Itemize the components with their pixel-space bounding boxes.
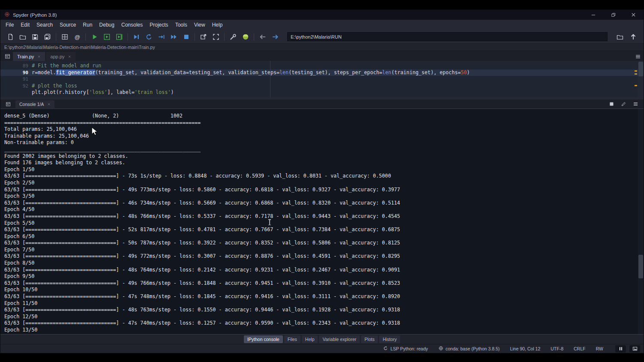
breadcrumb: E:\python2\Malaria\Maleria-Detection-mai… — [0, 44, 644, 51]
back-icon[interactable] — [257, 32, 268, 42]
browse-directory-icon[interactable] — [614, 32, 625, 42]
screen: Spyder (Python 3.8) FileEditSearchSource… — [0, 0, 644, 362]
menu-debug[interactable]: Debug — [96, 21, 118, 29]
panels-layout-icon[interactable] — [59, 32, 70, 42]
editor-tab-app-py[interactable]: app.py — [46, 52, 76, 61]
fullscreen-icon[interactable] — [210, 32, 221, 42]
step-into-icon[interactable] — [156, 32, 167, 42]
rerun-cell-icon[interactable] — [143, 32, 154, 42]
svg-text:@: @ — [74, 33, 80, 40]
preferences-icon[interactable] — [228, 32, 238, 42]
console-scrollbar-thumb[interactable] — [638, 255, 643, 278]
toolbar: @ — [0, 30, 644, 44]
pause-button[interactable] — [615, 345, 626, 353]
editor-line[interactable]: 89# Fit the model and run — [0, 63, 644, 69]
console-options-icon[interactable] — [631, 100, 640, 108]
code-segment: r=model. — [32, 69, 56, 75]
menu-source[interactable]: Source — [56, 21, 79, 29]
cursor-position: Line 90, Col 12 — [510, 346, 541, 351]
parent-directory-icon[interactable] — [628, 32, 638, 42]
close-button[interactable] — [623, 10, 644, 20]
code-segment: # Fit the model and run — [32, 63, 101, 69]
console-scrollbar[interactable] — [638, 109, 644, 334]
run-file-icon[interactable] — [89, 32, 100, 42]
menu-help[interactable]: Help — [209, 21, 226, 29]
picture-button[interactable] — [629, 345, 640, 353]
editor-line[interactable]: 92# plot the loss — [0, 83, 644, 90]
console-line: 63/63 [==============================] -… — [4, 173, 638, 180]
interrupt-kernel-icon[interactable] — [607, 100, 616, 108]
menu-consoles[interactable]: Consoles — [118, 21, 146, 29]
editor-scrollbar[interactable] — [638, 61, 644, 97]
line-number[interactable] — [0, 89, 30, 96]
save-all-icon[interactable] — [42, 32, 53, 42]
console-output[interactable]: dense_5 (Dense) (None, 2) 1002 =========… — [0, 109, 644, 334]
line-number[interactable]: 92 — [0, 83, 30, 90]
symbol-finder-icon[interactable]: @ — [72, 32, 82, 42]
console-tab[interactable]: Console 1/A — [15, 100, 55, 108]
toolbar-separator — [194, 33, 195, 41]
menu-search[interactable]: Search — [33, 21, 56, 29]
code-segment: len — [382, 69, 391, 75]
save-file-icon[interactable] — [30, 32, 40, 42]
line-number[interactable]: 89 — [0, 63, 30, 69]
working-directory-input[interactable] — [287, 32, 608, 41]
console-line: ========================================… — [4, 120, 638, 127]
minimize-button[interactable] — [583, 10, 603, 20]
line-endings-label: CRLF — [574, 346, 585, 351]
forward-icon[interactable] — [270, 32, 280, 42]
pythonpath-manager-icon[interactable] — [240, 32, 251, 42]
close-tab-icon[interactable] — [37, 55, 41, 58]
menu-file[interactable]: File — [2, 21, 17, 29]
rename-console-icon[interactable] — [619, 100, 628, 108]
console-line: 63/63 [==============================] -… — [4, 253, 638, 260]
encoding: UTF-8 — [551, 346, 564, 351]
pane-tab-history[interactable]: History — [379, 335, 400, 343]
debug-file-icon[interactable] — [131, 32, 142, 42]
editor-options-menu-icon[interactable] — [632, 52, 644, 61]
maximize-pane-icon[interactable] — [198, 32, 209, 42]
statusbar-buttons — [615, 345, 640, 353]
console-line: Epoch 13/50 — [4, 327, 638, 334]
restore-button[interactable] — [603, 10, 623, 20]
continue-execution-icon[interactable] — [168, 32, 179, 42]
line-number[interactable]: 91 — [0, 76, 30, 83]
editor-line[interactable]: 90r=model.fit_generator(training_set, va… — [0, 69, 644, 76]
menu-edit[interactable]: Edit — [17, 21, 33, 29]
browse-consoles-icon[interactable] — [3, 100, 14, 109]
column-guide — [270, 61, 270, 97]
editor-tab-train-py[interactable]: Train.py — [13, 52, 45, 61]
line-number[interactable]: 90 — [0, 69, 30, 76]
console-line: Epoch 1/50 — [4, 166, 638, 173]
browse-tabs-icon[interactable] — [2, 52, 13, 61]
editor-line[interactable]: plt.plot(r.history['loss'], label='train… — [0, 89, 644, 96]
console-line: Total params: 25,100,046 — [4, 126, 638, 133]
run-cell-advance-icon[interactable] — [114, 32, 125, 42]
code-segment: ) — [467, 69, 470, 75]
menu-tools[interactable]: Tools — [172, 21, 191, 29]
pane-tab-ipython-console[interactable]: IPython console — [244, 335, 283, 343]
globe-icon — [438, 346, 444, 352]
close-tab-icon[interactable] — [68, 55, 71, 58]
pane-tab-plots[interactable]: Plots — [361, 335, 378, 343]
pane-tab-variable-explorer[interactable]: Variable explorer — [319, 335, 360, 343]
menu-run[interactable]: Run — [79, 21, 96, 29]
editor-scrollbar-thumb[interactable] — [638, 62, 643, 76]
pane-tab-files[interactable]: Files — [284, 335, 301, 343]
console-tab-label: Console 1/A — [19, 102, 44, 107]
console-line: Trainable params: 25,100,046 — [4, 133, 638, 140]
stop-debugging-icon[interactable] — [181, 32, 191, 42]
editor-line[interactable]: 91 — [0, 76, 644, 83]
menu-view[interactable]: View — [191, 21, 209, 29]
console-line: 63/63 [==============================] -… — [4, 307, 638, 314]
new-file-icon[interactable] — [5, 32, 15, 42]
run-cell-icon[interactable] — [101, 32, 112, 42]
open-file-icon[interactable] — [17, 32, 28, 42]
pane-tab-help[interactable]: Help — [302, 335, 318, 343]
console-line: Epoch 7/50 — [4, 247, 638, 253]
editor-tab-label: Train.py — [17, 54, 34, 59]
menu-projects[interactable]: Projects — [146, 21, 172, 29]
code-editor[interactable]: 89# Fit the model and run90r=model.fit_g… — [0, 61, 644, 97]
close-console-icon[interactable] — [47, 102, 51, 107]
warning-marker — [635, 73, 637, 75]
